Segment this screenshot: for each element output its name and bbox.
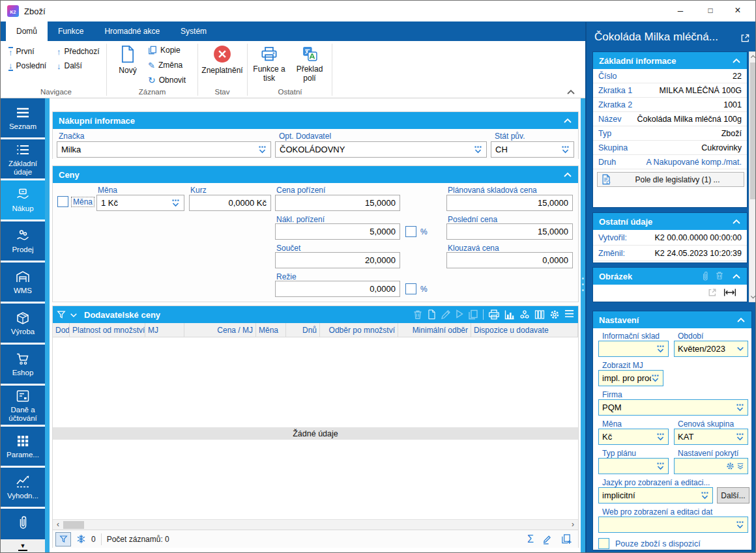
dropdown-arrow-icon[interactable] xyxy=(651,374,660,382)
legislative-fields-button[interactable]: Pole dle legislativy (1) ... xyxy=(597,172,744,187)
collapse-chevron-icon[interactable] xyxy=(563,172,572,178)
currency-checkbox[interactable] xyxy=(57,196,68,207)
dropdown-arrow-icon[interactable] xyxy=(258,145,267,154)
collapse-chevron-icon[interactable] xyxy=(732,219,741,225)
sidebar-item-zakladni-udaje[interactable]: Základní údaje xyxy=(1,139,45,178)
column-header[interactable]: Dod xyxy=(53,323,70,337)
chevron-down-icon[interactable] xyxy=(736,346,744,352)
overhead-field[interactable]: 0,0000 xyxy=(275,281,400,297)
column-header[interactable]: MJ xyxy=(145,323,184,337)
column-header[interactable]: Odběr po množství xyxy=(320,323,398,337)
open-in-window-icon[interactable] xyxy=(740,33,750,43)
currency-checkbox-label[interactable]: Měna xyxy=(71,197,94,207)
next-record-button[interactable]: ↓ Další xyxy=(57,59,82,72)
price-group-select[interactable]: KAT xyxy=(674,429,748,445)
sidebar-item-nakup[interactable]: Nákup xyxy=(1,180,45,220)
only-available-checkbox[interactable] xyxy=(598,538,609,549)
previous-record-button[interactable]: ↑ Předchozí xyxy=(57,45,100,58)
edit-row-icon[interactable] xyxy=(441,309,451,320)
sidebar-item-vyhodnoceni[interactable]: Vyhodn... xyxy=(1,468,45,507)
fit-width-icon[interactable] xyxy=(723,288,736,297)
new-row-icon[interactable] xyxy=(428,309,436,320)
period-select[interactable]: Květen/2023 xyxy=(674,341,748,357)
delete-row-icon[interactable] xyxy=(413,309,423,320)
column-header[interactable]: Dnů xyxy=(286,323,320,337)
minimize-button[interactable]: – xyxy=(669,1,691,20)
info-warehouse-select[interactable] xyxy=(598,341,669,357)
run-icon[interactable] xyxy=(456,309,463,320)
dropdown-arrow-icon[interactable] xyxy=(701,491,709,500)
last-record-button[interactable]: ↓ Poslední xyxy=(8,59,46,72)
origin-country-select[interactable]: CH xyxy=(491,141,574,158)
coverage-gear-icon[interactable] xyxy=(726,462,734,470)
right-splitter[interactable] xyxy=(581,98,585,553)
copy-row-icon[interactable] xyxy=(468,309,478,320)
acq-price-field[interactable]: 15,0000 xyxy=(275,195,400,211)
rate-field[interactable]: 0,0000 Kč xyxy=(189,195,271,211)
columns-icon[interactable] xyxy=(534,309,545,320)
sum-field[interactable]: 20,0000 xyxy=(275,252,400,268)
attach-image-icon[interactable] xyxy=(701,271,710,281)
settings-gear-icon[interactable] xyxy=(549,309,560,320)
sidebar-item-parametry[interactable]: Parame... xyxy=(1,427,45,466)
dropdown-arrow-icon[interactable] xyxy=(736,520,744,529)
company-select[interactable]: PQM xyxy=(598,399,748,416)
column-header[interactable]: Platnost od množství xyxy=(70,323,145,337)
currency-select[interactable]: 1 Kč xyxy=(96,195,184,211)
sidebar-item-prodej[interactable]: Prodej xyxy=(1,221,45,261)
functions-print-button[interactable]: Funkce a tisk xyxy=(252,44,286,92)
language-select[interactable]: implicitní xyxy=(598,487,713,503)
scrollbar-thumb[interactable] xyxy=(63,521,84,529)
column-header[interactable]: Minimální odběr xyxy=(398,323,471,337)
add-copy-icon[interactable] xyxy=(560,533,572,545)
tab-system[interactable]: Systém xyxy=(170,21,217,41)
copy-record-button[interactable]: Kopie xyxy=(148,44,181,57)
maximize-button[interactable]: □ xyxy=(699,1,721,20)
open-image-icon[interactable] xyxy=(708,288,717,297)
close-button[interactable]: × xyxy=(727,1,749,20)
filter-dropdown-chevron-icon[interactable] xyxy=(70,311,78,319)
sum-sigma-icon[interactable]: Σ xyxy=(527,534,534,545)
sidebar-item-prilohy[interactable] xyxy=(1,509,45,539)
sidebar-expand-more[interactable]: ▼ xyxy=(1,539,45,553)
delete-image-icon[interactable] xyxy=(715,271,724,281)
ribbon-collapse-chevron-icon[interactable] xyxy=(566,89,575,95)
freeze-icon[interactable] xyxy=(76,534,86,544)
column-header[interactable]: Měna xyxy=(256,323,286,337)
supplier-select[interactable]: ČOKOLÁDOVNY xyxy=(275,141,487,158)
scroll-left-icon[interactable]: ‹ xyxy=(53,520,63,530)
filter-button[interactable] xyxy=(55,532,71,546)
splitter-handle[interactable] xyxy=(582,277,584,291)
new-record-button[interactable]: Nový xyxy=(113,44,143,92)
only-available-label[interactable]: Pouze zboží s dispozicí xyxy=(615,539,701,548)
horizontal-scrollbar[interactable]: ‹ › xyxy=(53,519,578,530)
last-price-field[interactable]: 15,0000 xyxy=(446,223,573,240)
planned-stock-price-field[interactable]: 15,0000 xyxy=(446,195,573,211)
overhead-percent-checkbox[interactable] xyxy=(405,283,416,294)
acq-costs-percent-checkbox[interactable] xyxy=(405,226,416,237)
dropdown-arrow-icon[interactable] xyxy=(656,462,665,470)
collapse-chevron-icon[interactable] xyxy=(732,274,741,279)
scroll-right-icon[interactable]: › xyxy=(568,520,578,530)
field-translation-button[interactable]: Překlad polí xyxy=(291,44,328,92)
web-select[interactable] xyxy=(598,517,748,533)
display-unit-select[interactable]: impl. pro prode xyxy=(598,370,663,386)
scrollbar-thumb[interactable] xyxy=(750,63,755,199)
column-header[interactable]: Dispozice u dodavate xyxy=(471,323,578,337)
sidebar-item-vyroba[interactable]: Výroba xyxy=(1,304,45,343)
left-splitter[interactable] xyxy=(45,98,50,553)
modules-icon[interactable] xyxy=(519,309,530,320)
refresh-record-button[interactable]: ↻ Obnovit xyxy=(148,74,186,87)
sidebar-item-seznam[interactable]: Seznam xyxy=(1,98,45,137)
dropdown-arrow-icon[interactable] xyxy=(171,199,180,207)
double-chevron-icon[interactable] xyxy=(736,462,744,470)
collapse-chevron-icon[interactable] xyxy=(732,58,741,64)
invalidate-button[interactable]: Zneplatnění xyxy=(200,44,244,92)
change-record-button[interactable]: ✎ Změna xyxy=(148,59,182,72)
scroll-down-icon[interactable] xyxy=(750,294,756,300)
dropdown-arrow-icon[interactable] xyxy=(474,145,482,154)
moving-price-field[interactable]: 0,0000 xyxy=(446,252,573,268)
collapse-chevron-icon[interactable] xyxy=(563,118,572,124)
panel-scrollbar[interactable] xyxy=(749,51,756,302)
coverage-select[interactable] xyxy=(674,458,748,474)
